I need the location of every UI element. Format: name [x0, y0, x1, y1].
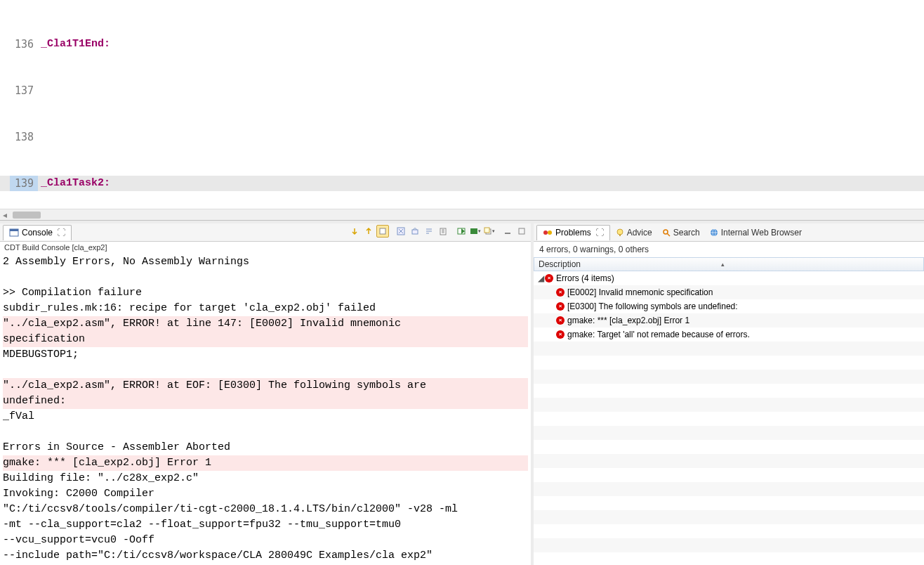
error-icon: × — [545, 274, 553, 282]
console-line: Invoking: C2000 Compiler — [3, 486, 528, 502]
error-icon: × — [556, 330, 565, 339]
problem-item[interactable]: × gmake: Target 'all' not remade because… — [534, 327, 924, 342]
console-line: "../cla_exp2.asm", ERROR! at EOF: [E0300… — [3, 378, 528, 394]
copy-build-log-button[interactable] — [437, 225, 449, 238]
line-number: 137 — [10, 83, 38, 98]
problems-summary: 4 errors, 0 warnings, 0 others — [534, 242, 924, 257]
svg-point-15 — [548, 230, 552, 235]
svg-point-16 — [617, 229, 623, 235]
code-token: _Cla1T1End: — [41, 38, 110, 50]
console-line: MDEBUGSTOP1; — [3, 347, 528, 363]
maximize-button[interactable] — [515, 225, 528, 238]
svg-line-19 — [667, 233, 670, 236]
tab-problems[interactable]: Problems ⛶ — [536, 225, 610, 240]
tab-close-icon[interactable]: ⛶ — [595, 228, 604, 238]
problems-view: Problems ⛶ Advice Search Internal Web Br… — [534, 223, 924, 565]
pin-console-button[interactable] — [376, 225, 389, 238]
console-line: Building file: "../c28x_exp2.c" — [3, 471, 528, 486]
svg-rect-9 — [470, 228, 477, 234]
console-line: gmake: *** [cla_exp2.obj] Error 1 — [3, 455, 528, 471]
problems-tabbar: Problems ⛶ Advice Search Internal Web Br… — [534, 223, 924, 242]
console-line: specification — [3, 332, 528, 347]
console-tabbar: Console ⛶ ▾ ▾ — [0, 223, 531, 242]
error-icon: × — [556, 288, 565, 297]
prev-console-button[interactable] — [348, 225, 361, 238]
wrap-button[interactable] — [423, 225, 435, 238]
scroll-lock-button[interactable] — [409, 225, 421, 238]
search-icon — [662, 228, 671, 237]
tab-advice[interactable]: Advice — [612, 226, 656, 239]
console-line: subdir_rules.mk:16: recipe for target 'c… — [3, 301, 528, 316]
tab-internal-browser[interactable]: Internal Web Browser — [706, 226, 806, 239]
display-selected-console-button[interactable]: ▾ — [469, 225, 482, 238]
minimize-button[interactable] — [501, 225, 514, 238]
console-output[interactable]: 2 Assembly Errors, No Assembly Warnings … — [0, 253, 531, 565]
line-number: 138 — [10, 129, 38, 145]
open-console-button[interactable] — [455, 225, 468, 238]
svg-rect-1 — [10, 229, 18, 231]
console-line: "../cla_exp2.asm", ERROR! at line 147: [… — [3, 316, 528, 332]
code-area[interactable]: 136 _Cla1T1End: 137 138 139 _Cla1Task2: … — [0, 0, 924, 221]
problem-text: [E0300] The following symbols are undefi… — [567, 301, 738, 311]
console-icon — [9, 228, 19, 238]
console-line: --vcu_support=vcu0 -Ooff — [3, 533, 528, 548]
globe-icon — [710, 228, 718, 237]
problems-table-header[interactable]: Description ▴ — [534, 257, 924, 271]
problem-text: gmake: Target 'all' not remade because o… — [567, 330, 750, 339]
console-line: _fVal — [3, 409, 528, 424]
horizontal-scrollbar[interactable]: ◂ — [0, 209, 924, 220]
console-line: -mt --cla_support=cla2 --float_support=f… — [3, 517, 528, 533]
problem-item[interactable]: × gmake: *** [cla_exp2.obj] Error 1 — [534, 313, 924, 327]
line-number: 136 — [10, 37, 38, 52]
svg-rect-13 — [519, 228, 524, 234]
console-line — [3, 270, 528, 285]
problem-text: [E0002] Invalid mnemonic specification — [567, 287, 713, 297]
console-line — [3, 363, 528, 378]
console-line: 2 Assembly Errors, No Assembly Warnings — [3, 254, 528, 270]
problems-tree[interactable]: ◢ × Errors (4 items) × [E0002] Invalid m… — [534, 271, 924, 565]
sort-indicator-icon: ▴ — [721, 261, 725, 268]
problems-icon — [543, 228, 553, 238]
console-line: >> Compilation failure — [3, 285, 528, 301]
clear-console-button[interactable] — [395, 225, 407, 238]
problems-tab-label: Problems — [555, 228, 591, 238]
advice-icon — [616, 228, 624, 237]
console-line: undefined: — [3, 394, 528, 409]
error-icon: × — [556, 302, 565, 311]
console-line: --include path="C:/ti/ccsv8/workspace/CL… — [3, 548, 528, 564]
new-console-button[interactable]: ▾ — [483, 225, 496, 238]
svg-rect-11 — [484, 228, 489, 233]
svg-rect-12 — [505, 233, 510, 234]
console-tab-label: Console — [22, 228, 53, 238]
problem-item[interactable]: × [E0300] The following symbols are unde… — [534, 299, 924, 313]
console-subtitle: CDT Build Console [cla_exp2] — [0, 242, 531, 253]
scroll-left-icon[interactable]: ◂ — [0, 210, 10, 220]
next-console-button[interactable] — [362, 225, 375, 238]
console-line: Errors in Source - Assembler Aborted — [3, 440, 528, 455]
expander-icon[interactable]: ◢ — [536, 273, 545, 283]
errors-group-label: Errors (4 items) — [556, 273, 614, 283]
tab-close-icon[interactable]: ⛶ — [57, 228, 65, 238]
problem-item[interactable]: × [E0002] Invalid mnemonic specification — [534, 285, 924, 299]
console-toolbar: ▾ ▾ — [348, 225, 528, 238]
errors-group-row[interactable]: ◢ × Errors (4 items) — [534, 271, 924, 285]
console-line — [3, 424, 528, 440]
svg-point-14 — [543, 230, 548, 235]
svg-rect-17 — [619, 234, 621, 236]
svg-rect-2 — [380, 228, 385, 234]
console-line: "C:/ti/ccsv8/tools/compiler/ti-cgt-c2000… — [3, 502, 528, 517]
problem-text: gmake: *** [cla_exp2.obj] Error 1 — [567, 316, 689, 325]
column-description: Description — [539, 259, 581, 269]
tab-search[interactable]: Search — [658, 226, 704, 239]
tab-console[interactable]: Console ⛶ — [3, 225, 72, 240]
error-icon: × — [556, 316, 565, 325]
code-editor[interactable]: 136 _Cla1T1End: 137 138 139 _Cla1Task2: … — [0, 0, 924, 221]
scrollbar-thumb[interactable] — [13, 212, 41, 219]
svg-rect-6 — [412, 230, 418, 234]
code-label: _Cla1Task2: — [41, 177, 110, 189]
console-view: Console ⛶ ▾ ▾ CDT Build Conso — [0, 223, 534, 565]
line-number: 139 — [10, 176, 38, 191]
